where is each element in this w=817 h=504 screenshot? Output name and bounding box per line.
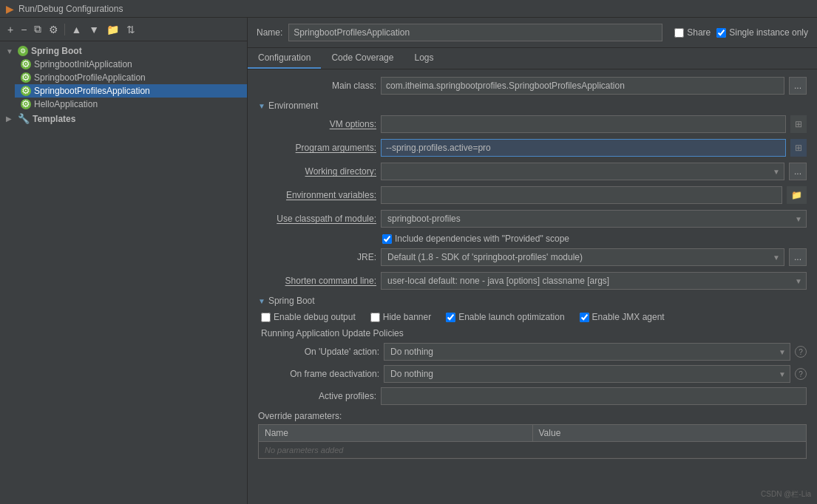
name-label: Name:	[257, 27, 282, 38]
on-update-row: On 'Update' action: Do nothing Update cl…	[261, 343, 807, 361]
include-deps-label[interactable]: Include dependencies with "Provided" sco…	[382, 234, 569, 244]
working-dir-input[interactable]	[381, 163, 784, 180]
remove-button[interactable]: −	[18, 22, 30, 37]
spring-boot-icon: ⚙	[18, 46, 28, 56]
spring-boot-group-label: Spring Boot	[31, 46, 82, 56]
move-down-button[interactable]: ▼	[86, 22, 102, 37]
program-args-label: Program arguments:	[258, 143, 376, 153]
helloapplication-label: HelloApplication	[34, 99, 98, 109]
title-bar: ▶ Run/Debug Configurations	[0, 0, 817, 18]
enable-launch-optimization-text: Enable launch optimization	[458, 312, 564, 322]
on-update-container: Do nothing Update classes and resources …	[384, 343, 790, 361]
environment-triangle-icon: ▼	[258, 102, 265, 110]
share-label: Share	[687, 27, 711, 38]
title-bar-title: Run/Debug Configurations	[18, 4, 123, 14]
single-instance-checkbox[interactable]	[716, 28, 726, 38]
springbootprofiles-label: SpringbootProfilesApplication	[34, 86, 150, 96]
include-deps-checkbox[interactable]	[382, 234, 392, 244]
classpath-module-select[interactable]: springboot-profiles	[381, 210, 807, 228]
shorten-cmdline-select[interactable]: user-local default: none - java [options…	[381, 272, 807, 290]
on-update-label: On 'Update' action:	[261, 347, 379, 357]
templates-label: Templates	[33, 114, 75, 124]
springbootprofile-icon: ⚙	[21, 72, 31, 83]
config-body: Main class: ... ▼ Environment VM options…	[248, 69, 817, 504]
springbootinit-icon: ⚙	[21, 59, 31, 69]
program-args-input[interactable]	[381, 139, 786, 157]
working-dir-browse-button[interactable]: ...	[789, 163, 807, 180]
enable-debug-label[interactable]: Enable debug output	[261, 312, 356, 322]
springbootinit-label: SpringbootInitApplication	[34, 59, 132, 69]
hide-banner-checkbox[interactable]	[370, 313, 380, 322]
on-frame-deactivation-help-icon[interactable]: ?	[795, 368, 807, 380]
env-vars-label: Environment variables:	[258, 190, 376, 200]
spring-boot-children: ⚙ SpringbootInitApplication ⚙ Springboot…	[0, 58, 247, 111]
sort-button[interactable]: ⇅	[123, 22, 138, 37]
share-checkbox-label[interactable]: Share	[674, 27, 711, 38]
springbootprofile-label: SpringbootProfileApplication	[34, 72, 146, 83]
active-profiles-input[interactable]	[381, 387, 807, 405]
enable-jmx-agent-checkbox[interactable]	[580, 313, 589, 322]
environment-label: Environment	[268, 101, 318, 111]
env-vars-browse-button[interactable]: 📁	[787, 186, 807, 204]
working-dir-label: Working directory:	[258, 166, 376, 177]
name-input[interactable]	[288, 24, 662, 41]
tab-logs[interactable]: Logs	[404, 48, 444, 69]
tab-code-coverage[interactable]: Code Coverage	[321, 48, 404, 69]
override-parameters-section: Override parameters: Name Value No param…	[258, 411, 807, 459]
enable-launch-optimization-checkbox[interactable]	[446, 313, 455, 322]
main-class-browse-button[interactable]: ...	[789, 77, 807, 95]
on-frame-deactivation-select[interactable]: Do nothing Update classes and resources …	[384, 365, 790, 383]
hide-banner-label[interactable]: Hide banner	[370, 312, 431, 322]
tree-item-helloapplication[interactable]: ⚙ HelloApplication	[15, 98, 247, 111]
classpath-module-container: springboot-profiles ▼	[381, 210, 807, 228]
spring-boot-group-header[interactable]: ▼ ⚙ Spring Boot	[0, 44, 247, 58]
jre-browse-button[interactable]: ...	[789, 248, 807, 266]
shorten-cmdline-row: Shorten command line: user-local default…	[258, 272, 807, 290]
single-instance-checkbox-label[interactable]: Single instance only	[716, 27, 808, 38]
tree-item-springbootinit[interactable]: ⚙ SpringbootInitApplication	[15, 58, 247, 71]
on-update-help-icon[interactable]: ?	[795, 346, 807, 358]
hide-banner-text: Hide banner	[383, 312, 431, 322]
main-class-row: Main class: ...	[258, 77, 807, 95]
enable-launch-optimization-label[interactable]: Enable launch optimization	[446, 312, 564, 322]
move-up-button[interactable]: ▲	[68, 22, 84, 37]
jre-select[interactable]: Default (1.8 - SDK of 'springboot-profil…	[381, 248, 784, 266]
folder-button[interactable]: 📁	[104, 22, 122, 37]
table-empty-text: No parameters added	[259, 443, 806, 457]
program-args-expand-button[interactable]: ⊞	[790, 139, 807, 157]
active-profiles-row: Active profiles:	[258, 387, 807, 405]
vm-options-expand-button[interactable]: ⊞	[790, 115, 807, 133]
settings-button[interactable]: ⚙	[46, 22, 61, 37]
watermark: CSDN @栏-Lia	[761, 489, 811, 500]
templates-icon: 🔧	[18, 113, 30, 124]
name-bar: Name: Share Single instance only	[248, 18, 817, 48]
spring-boot-section-triangle-icon: ▼	[258, 297, 265, 305]
tree-item-springbootprofile[interactable]: ⚙ SpringbootProfileApplication	[15, 71, 247, 84]
working-dir-row: Working directory: ▼ ...	[258, 163, 807, 180]
share-checkbox[interactable]	[674, 28, 684, 38]
table-header: Name Value	[259, 425, 806, 442]
table-header-name: Name	[259, 425, 533, 441]
templates-group[interactable]: ▶ 🔧 Templates	[0, 111, 247, 126]
jre-row: JRE: Default (1.8 - SDK of 'springboot-p…	[258, 248, 807, 266]
copy-button[interactable]: ⧉	[31, 21, 44, 37]
env-vars-input[interactable]	[381, 186, 782, 204]
left-panel: + − ⧉ ⚙ ▲ ▼ 📁 ⇅ ▼ ⚙ Spring Boot ⚙ Spring…	[0, 18, 248, 504]
main-class-label: Main class:	[258, 81, 376, 91]
toolbar: + − ⧉ ⚙ ▲ ▼ 📁 ⇅	[0, 18, 247, 41]
tab-configuration[interactable]: Configuration	[248, 48, 321, 69]
vm-options-input[interactable]	[381, 115, 786, 133]
tabs: Configuration Code Coverage Logs	[248, 48, 817, 69]
title-bar-icon: ▶	[6, 3, 14, 15]
on-update-select[interactable]: Do nothing Update classes and resources …	[384, 343, 790, 361]
header-options: Share Single instance only	[674, 27, 808, 38]
spring-boot-group: ▼ ⚙ Spring Boot ⚙ SpringbootInitApplicat…	[0, 44, 247, 111]
main-class-input[interactable]	[381, 77, 784, 95]
table-header-value: Value	[533, 425, 807, 441]
enable-debug-checkbox[interactable]	[261, 313, 271, 322]
jre-label: JRE:	[258, 252, 376, 262]
spring-boot-section-label: Spring Boot	[268, 296, 315, 306]
add-button[interactable]: +	[4, 22, 16, 37]
tree-item-springbootprofiles[interactable]: ⚙ SpringbootProfilesApplication	[15, 84, 247, 98]
enable-jmx-agent-label[interactable]: Enable JMX agent	[580, 312, 665, 322]
